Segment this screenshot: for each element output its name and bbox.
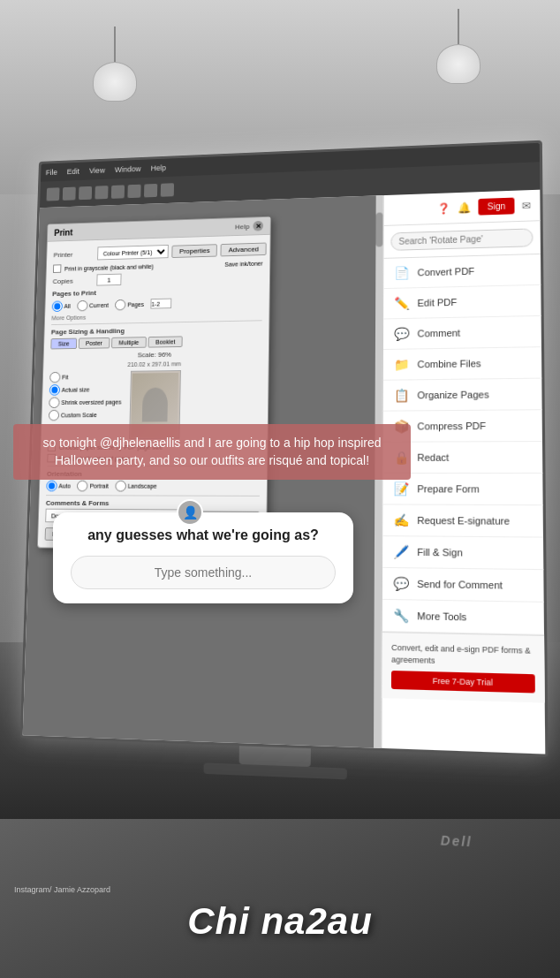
printer-select[interactable]: Colour Printer (5/1)	[97, 245, 169, 260]
organize-pages-icon: 📋	[392, 386, 410, 404]
panel-promo: Convert, edit and e-sign PDF forms & agr…	[382, 632, 545, 703]
toolbar-zoom-icon[interactable]	[95, 186, 108, 199]
orientation-radios: Auto Portrait Landscape	[46, 481, 260, 492]
copies-input[interactable]	[96, 274, 121, 286]
print-dialog: Print Help ✕ Printer Colour Printer (5/1…	[37, 216, 271, 550]
choose-source-label: Choose paper source by PDF page size	[59, 444, 163, 450]
toolbar-nav-icon[interactable]	[127, 185, 140, 198]
pages-radio[interactable]	[115, 299, 125, 311]
tools-list: 📄 Convert PDF ✏️ Edit PDF 💬 Comment	[382, 254, 544, 635]
trial-btn[interactable]: Free 7-Day Trial	[391, 671, 535, 694]
save-ink-label: Save ink/toner	[224, 260, 262, 267]
monitor-base	[203, 762, 346, 779]
actual-radio[interactable]	[49, 384, 60, 396]
tool-search-input[interactable]	[390, 228, 533, 250]
page-sizing-section: Page Sizing & Handling Size Poster Multi…	[47, 320, 261, 462]
tool-request-esign[interactable]: ✍️ Request E-signature	[382, 504, 543, 537]
pages-to-print-label: Pages to Print	[52, 285, 262, 298]
page-setup-btn[interactable]: Page Setup...	[45, 527, 101, 541]
cancel-btn[interactable]: Cancel	[222, 529, 260, 542]
right-panel: ❓ 🔔 Sign ✉ 📄 Convert PDF	[381, 190, 545, 754]
tool-fill-sign[interactable]: 🖊️ Fill & Sign	[382, 536, 543, 570]
tool-prepare-form[interactable]: 📝 Prepare Form	[382, 474, 542, 505]
comments-select[interactable]: Document and Markups	[45, 509, 178, 524]
toolbar-save-icon[interactable]	[63, 187, 76, 201]
current-radio[interactable]	[77, 300, 87, 312]
dimensions: 210.02 x 297.01 mm	[50, 360, 261, 368]
print-btn[interactable]: Print	[188, 528, 218, 542]
dialog-confirm-btns: Print Cancel	[188, 528, 259, 542]
auto-radio[interactable]	[46, 481, 57, 492]
orientation-section: Orientation Auto Portrait	[46, 466, 260, 492]
instagram-source-label: Instagram/ Jamie Azzopard	[14, 885, 110, 894]
dialog-actions: Page Setup... Print Cancel	[45, 527, 260, 542]
redact-label: Redact	[417, 452, 449, 463]
page-sizing-label: Page Sizing & Handling	[51, 324, 262, 336]
props-btn[interactable]: Properties	[171, 244, 217, 258]
toolbar-annotate-icon[interactable]	[144, 184, 157, 198]
help-icon[interactable]: ❓	[437, 202, 450, 215]
shrink-radio[interactable]	[49, 397, 59, 408]
request-esign-label: Request E-signature	[417, 515, 510, 527]
multiple-tab[interactable]: Multiple	[111, 337, 147, 348]
bell-icon[interactable]: 🔔	[458, 201, 471, 214]
choose-source-row: Choose paper source by PDF page size	[48, 442, 261, 451]
edit-pdf-label: Edit PDF	[417, 297, 457, 308]
panel-header: ❓ 🔔 Sign ✉	[383, 190, 540, 226]
current-radio-label: Current	[77, 299, 109, 311]
tool-redact[interactable]: 🔒 Redact	[382, 442, 542, 474]
mail-icon[interactable]: ✉	[522, 199, 531, 211]
landscape-radio[interactable]	[115, 481, 126, 492]
comment-icon: 💬	[392, 325, 410, 343]
toolbar-open-icon[interactable]	[47, 187, 60, 201]
tool-convert-pdf[interactable]: 📄 Convert PDF	[383, 254, 541, 289]
toolbar-print-icon[interactable]	[79, 186, 92, 200]
booklet-tab[interactable]: Booklet	[148, 336, 183, 347]
dialog-close-btn[interactable]: ✕	[253, 221, 263, 231]
tool-more-tools[interactable]: 🔧 More Tools	[382, 600, 544, 635]
toolbar-extra-icon[interactable]	[161, 183, 174, 197]
portrait-radio-label: Portrait	[77, 481, 109, 492]
dialog-title: Print	[54, 228, 72, 238]
more-tools-icon: 🔧	[391, 606, 410, 625]
portrait-radio[interactable]	[77, 481, 88, 492]
tool-send-comment[interactable]: 💬 Send for Comment	[382, 568, 544, 603]
tool-compress-pdf[interactable]: 📦 Compress PDF	[383, 410, 542, 443]
menu-help[interactable]: Help	[151, 163, 167, 172]
fill-sign-label: Fill & Sign	[417, 547, 463, 558]
more-options-link[interactable]: More Options	[51, 311, 261, 322]
print-both-sides-checkbox[interactable]	[47, 454, 56, 463]
menu-file[interactable]: File	[46, 168, 57, 177]
pdf-thumbnail	[129, 370, 181, 439]
custom-scale-radio[interactable]	[49, 410, 59, 421]
advanced-btn[interactable]: Advanced	[221, 242, 267, 256]
fit-radio[interactable]	[49, 372, 60, 383]
tool-comment[interactable]: 💬 Comment	[383, 316, 541, 350]
print-both-sides-row: Print on both sides of paper	[47, 453, 260, 462]
all-radio[interactable]	[52, 300, 63, 311]
tool-organize-pages[interactable]: 📋 Organize Pages	[383, 379, 542, 412]
copies-row: Copies	[52, 269, 262, 287]
menu-edit[interactable]: Edit	[67, 167, 79, 176]
poster-tab[interactable]: Poster	[78, 337, 110, 349]
combine-files-icon: 📁	[392, 355, 410, 373]
acrobat-body: Print Help ✕ Printer Colour Printer (5/1…	[23, 190, 546, 754]
print-both-sides-label: Print on both sides of paper	[58, 455, 130, 461]
summarize-btn[interactable]: Summarize Comments	[182, 511, 260, 522]
choose-source-checkbox[interactable]	[48, 443, 57, 451]
comments-section: Comments & Forms Document and Markups Su…	[45, 495, 260, 524]
size-tab[interactable]: Size	[50, 338, 77, 350]
toolbar-zoom2-icon[interactable]	[111, 185, 125, 198]
menu-window[interactable]: Window	[115, 164, 141, 173]
sign-button[interactable]: Sign	[478, 198, 514, 216]
grayscale-checkbox[interactable]	[53, 264, 61, 273]
shrink-radio-label: Shrink oversized pages	[49, 397, 121, 408]
menu-view[interactable]: View	[89, 166, 105, 175]
copies-label: Copies	[53, 277, 94, 285]
pages-range-input[interactable]	[150, 299, 171, 309]
comments-select-row: Document and Markups Summarize Comments	[45, 509, 259, 524]
request-esign-icon: ✍️	[391, 512, 410, 530]
tool-edit-pdf[interactable]: ✏️ Edit PDF	[383, 285, 541, 320]
dialog-help-link[interactable]: Help	[235, 223, 250, 231]
tool-combine-files[interactable]: 📁 Combine Files	[383, 347, 541, 381]
